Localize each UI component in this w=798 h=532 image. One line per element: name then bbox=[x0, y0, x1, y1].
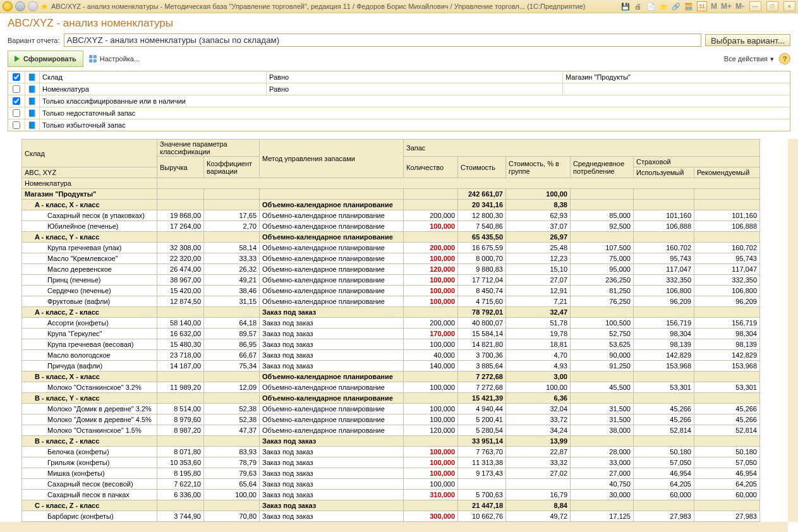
horizontal-scrollbar[interactable] bbox=[0, 522, 788, 532]
table-row[interactable]: Сахарный песок (весовой)7 622,1065,64Зак… bbox=[22, 479, 760, 490]
table-row[interactable]: Масло деревенское26 474,0026,32Объемно-к… bbox=[22, 264, 760, 275]
filter-name[interactable]: Только классифицированные или в наличии bbox=[40, 95, 790, 107]
window-close-btn[interactable]: × bbox=[783, 1, 795, 11]
cell: 98,304 bbox=[634, 329, 694, 339]
col-revenue[interactable]: Выручка bbox=[157, 157, 204, 178]
table-row[interactable]: Молоко "Останкинское" 3.2%11 989,2012,09… bbox=[22, 382, 760, 393]
table-row[interactable]: Молоко "Останкинское" 1.5%8 987,2047,37О… bbox=[22, 425, 760, 436]
favorites-add-icon[interactable]: ⭐ bbox=[659, 2, 668, 11]
table-row[interactable]: Грильяж (конфеты)10 353,6078,79Заказ под… bbox=[22, 457, 760, 468]
filter-checkbox[interactable] bbox=[13, 85, 20, 93]
col-qty[interactable]: Количество bbox=[404, 157, 458, 178]
print-icon[interactable]: 🖨 bbox=[634, 2, 643, 11]
filter-checkbox[interactable] bbox=[13, 97, 20, 105]
variant-row: Вариант отчета: Выбрать вариант... bbox=[0, 31, 798, 49]
col-cost[interactable]: Стоимость bbox=[458, 157, 506, 178]
filter-value[interactable]: Магазин "Продукты" bbox=[563, 71, 790, 83]
window-minimize-btn[interactable]: — bbox=[749, 1, 761, 11]
print-preview-icon[interactable]: 📄 bbox=[646, 2, 655, 11]
group-row[interactable]: B - класс, Z - классЗаказ под заказ33 95… bbox=[22, 436, 760, 447]
table-row[interactable]: Сахарный песок в пачках6 336,00100,00Зак… bbox=[22, 490, 760, 500]
col-classparam[interactable]: Значение параметра классификации bbox=[157, 140, 260, 157]
cell bbox=[157, 436, 204, 447]
filter-name[interactable]: Только избыточный запас bbox=[40, 119, 790, 131]
all-actions-menu[interactable]: Все действия ▾ bbox=[724, 55, 774, 63]
table-row[interactable]: Барбарис (конфеты)3 744,9070,80Заказ под… bbox=[22, 511, 760, 522]
table-row[interactable]: Крупа гречневая (упак)32 308,0058,14Объе… bbox=[22, 243, 760, 253]
filter-checkbox[interactable] bbox=[13, 121, 20, 129]
col-ins-recom[interactable]: Рекомендуемый bbox=[694, 167, 760, 178]
calc-icon[interactable]: 🧮 bbox=[684, 2, 693, 11]
choose-variant-button[interactable]: Выбрать вариант... bbox=[705, 34, 790, 46]
m-clear-btn[interactable]: M bbox=[711, 2, 717, 11]
report-area[interactable]: Склад Значение параметра классификации М… bbox=[0, 139, 798, 532]
calendar-icon[interactable]: 31 bbox=[697, 1, 707, 11]
table-row[interactable]: Масло вологодское23 718,0066,67Заказ под… bbox=[22, 350, 760, 361]
group-row[interactable]: A - класс, Y - классОбъемно-календарное … bbox=[22, 232, 760, 243]
table-row[interactable]: Принц (печенье)38 967,0049,21Объемно-кал… bbox=[22, 275, 760, 286]
table-row[interactable]: Мишка (конфеты)8 195,8079,63Заказ под за… bbox=[22, 468, 760, 479]
group-row[interactable]: A - класс, Z - классЗаказ под заказ78 79… bbox=[22, 307, 760, 318]
col-coefvar[interactable]: Коэффициент вариации bbox=[204, 157, 260, 178]
m-minus-btn[interactable]: M- bbox=[735, 2, 744, 11]
filter-name[interactable]: Склад bbox=[40, 71, 267, 83]
table-row[interactable]: Молоко "Домик в деревне" 4.5%8 979,6052,… bbox=[22, 414, 760, 425]
vertical-scrollbar[interactable] bbox=[788, 139, 798, 522]
filter-checkbox[interactable] bbox=[13, 73, 20, 81]
nav-back-icon[interactable] bbox=[15, 1, 25, 11]
filter-operator[interactable]: Равно bbox=[267, 71, 563, 83]
table-row[interactable]: Масло "Кремлевское"22 320,0033,33Объемно… bbox=[22, 253, 760, 264]
filter-operator[interactable]: Равно bbox=[267, 83, 563, 95]
cell bbox=[404, 307, 458, 318]
table-row[interactable]: Сердечко (печенье)15 420,0038,46Объемно-… bbox=[22, 286, 760, 296]
cell: 100,00 bbox=[506, 189, 571, 200]
col-method[interactable]: Метод управления запасами bbox=[260, 140, 404, 178]
col-nomenclature[interactable]: Номенклатура bbox=[22, 178, 157, 189]
report-toolbar: Сформировать Настройка... Все действия ▾… bbox=[0, 49, 798, 71]
filter-checkbox[interactable] bbox=[13, 109, 20, 117]
cell: 15 420,00 bbox=[157, 286, 204, 296]
cell: 90,000 bbox=[571, 350, 634, 361]
window-restore-btn[interactable]: □ bbox=[766, 1, 778, 11]
group-row[interactable]: B - класс, X - классОбъемно-календарное … bbox=[22, 372, 760, 382]
cell: 19,78 bbox=[506, 329, 571, 339]
cell: 15,10 bbox=[506, 264, 571, 275]
store-row[interactable]: Магазин "Продукты"242 661,07100,00 bbox=[22, 189, 760, 200]
col-avg-daily[interactable]: Среднедневное потребление bbox=[571, 157, 634, 178]
group-row[interactable]: B - класс, Y - классОбъемно-календарное … bbox=[22, 393, 760, 404]
col-zapas[interactable]: Запас bbox=[404, 140, 760, 157]
col-cost-pct[interactable]: Стоимость, % в группе bbox=[506, 157, 571, 178]
table-row[interactable]: Причуда (вафли)14 187,0075,34Заказ под з… bbox=[22, 361, 760, 372]
filter-value[interactable] bbox=[563, 83, 790, 95]
table-row[interactable]: Молоко "Домик в деревне" 3.2%8 514,0052,… bbox=[22, 404, 760, 414]
group-row[interactable]: C - класс, Z - классЗаказ под заказ21 44… bbox=[22, 500, 760, 511]
group-row[interactable]: A - класс, X - классОбъемно-календарное … bbox=[22, 200, 760, 210]
variant-input[interactable] bbox=[64, 33, 701, 47]
col-abcxyz[interactable]: ABC, XYZ bbox=[22, 167, 157, 178]
filter-name[interactable]: Только недостаточный запас bbox=[40, 107, 790, 119]
table-row[interactable]: Крупа "Геркулес"16 632,0089,57Заказ под … bbox=[22, 329, 760, 339]
col-sklad[interactable]: Склад bbox=[22, 140, 157, 167]
cell bbox=[571, 393, 634, 404]
help-button[interactable]: ? bbox=[779, 53, 790, 64]
nav-forward-icon[interactable] bbox=[28, 1, 38, 11]
form-report-button[interactable]: Сформировать bbox=[8, 51, 83, 67]
table-row[interactable]: Сахарный песок (в упаковках)19 868,0017,… bbox=[22, 210, 760, 221]
favorite-icon[interactable]: ★ bbox=[40, 1, 49, 11]
table-row[interactable]: Белочка (конфеты)8 071,8083,93Заказ под … bbox=[22, 447, 760, 457]
cell: 52,38 bbox=[204, 414, 260, 425]
table-row[interactable]: Крупа гречневая (весовая)15 480,3086,95З… bbox=[22, 339, 760, 350]
cell: 32,47 bbox=[506, 307, 571, 318]
filter-name[interactable]: Номенклатура bbox=[40, 83, 267, 95]
m-plus-btn[interactable]: M+ bbox=[721, 2, 732, 11]
cell bbox=[204, 307, 260, 318]
cell: 15 421,39 bbox=[458, 393, 506, 404]
save-icon[interactable]: 💾 bbox=[621, 2, 630, 11]
links-icon[interactable]: 🔗 bbox=[672, 2, 680, 11]
table-row[interactable]: Юбилейное (печенье)17 264,002,70Объемно-… bbox=[22, 221, 760, 232]
col-ins-used[interactable]: Используемый bbox=[634, 167, 694, 178]
col-insurance[interactable]: Страховой bbox=[634, 157, 760, 167]
table-row[interactable]: Фруктовые (вафли)12 874,5031,15Объемно-к… bbox=[22, 296, 760, 307]
settings-link[interactable]: Настройка... bbox=[88, 54, 140, 63]
table-row[interactable]: Ассорти (конфеты)58 140,0064,18Заказ под… bbox=[22, 318, 760, 329]
